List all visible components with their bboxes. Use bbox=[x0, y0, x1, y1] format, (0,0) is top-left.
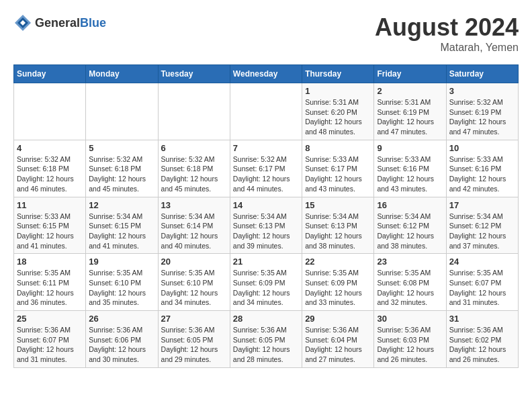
weekday-monday: Monday bbox=[86, 65, 158, 83]
weekday-saturday: Saturday bbox=[446, 65, 518, 83]
table-row: 2 Sunrise: 5:31 AMSunset: 6:19 PMDayligh… bbox=[374, 83, 446, 140]
cell-info: Sunrise: 5:36 AMSunset: 6:03 PMDaylight:… bbox=[377, 325, 443, 365]
table-row: 10 Sunrise: 5:33 AMSunset: 6:16 PMDaylig… bbox=[446, 140, 518, 197]
day-number: 30 bbox=[377, 314, 443, 324]
cell-info: Sunrise: 5:35 AMSunset: 6:11 PMDaylight:… bbox=[17, 268, 83, 308]
table-row: 14 Sunrise: 5:34 AMSunset: 6:13 PMDaylig… bbox=[230, 197, 302, 254]
cell-info: Sunrise: 5:31 AMSunset: 6:19 PMDaylight:… bbox=[377, 97, 443, 137]
table-row: 16 Sunrise: 5:34 AMSunset: 6:12 PMDaylig… bbox=[374, 197, 446, 254]
day-number: 4 bbox=[17, 143, 83, 153]
cell-info: Sunrise: 5:34 AMSunset: 6:13 PMDaylight:… bbox=[305, 212, 371, 251]
page-header: GeneralBlue August 2024 Matarah, Yemen bbox=[13, 13, 519, 54]
weekday-row: Sunday Monday Tuesday Wednesday Thursday… bbox=[14, 65, 519, 83]
day-number: 14 bbox=[233, 200, 299, 210]
cell-info: Sunrise: 5:35 AMSunset: 6:10 PMDaylight:… bbox=[89, 268, 154, 308]
table-row: 31 Sunrise: 5:36 AMSunset: 6:02 PMDaylig… bbox=[446, 311, 518, 368]
cell-info: Sunrise: 5:34 AMSunset: 6:14 PMDaylight:… bbox=[161, 212, 227, 251]
day-number: 27 bbox=[161, 314, 227, 324]
cell-info: Sunrise: 5:34 AMSunset: 6:12 PMDaylight:… bbox=[449, 212, 515, 251]
table-row: 20 Sunrise: 5:35 AMSunset: 6:10 PMDaylig… bbox=[158, 254, 230, 311]
table-row: 13 Sunrise: 5:34 AMSunset: 6:14 PMDaylig… bbox=[158, 197, 230, 254]
day-number: 22 bbox=[305, 257, 371, 267]
table-row: 26 Sunrise: 5:36 AMSunset: 6:06 PMDaylig… bbox=[86, 311, 158, 368]
table-row: 3 Sunrise: 5:32 AMSunset: 6:19 PMDayligh… bbox=[446, 83, 518, 140]
day-number: 5 bbox=[89, 143, 154, 153]
title-block: August 2024 Matarah, Yemen bbox=[375, 13, 519, 54]
day-number: 31 bbox=[449, 314, 515, 324]
week-row-3: 11 Sunrise: 5:33 AMSunset: 6:15 PMDaylig… bbox=[14, 197, 519, 254]
day-number: 20 bbox=[161, 257, 227, 267]
day-number: 10 bbox=[449, 143, 515, 153]
table-row: 17 Sunrise: 5:34 AMSunset: 6:12 PMDaylig… bbox=[446, 197, 518, 254]
day-number: 6 bbox=[161, 143, 227, 153]
table-row: 8 Sunrise: 5:33 AMSunset: 6:17 PMDayligh… bbox=[302, 140, 374, 197]
day-number: 29 bbox=[305, 314, 371, 324]
cell-info: Sunrise: 5:36 AMSunset: 6:02 PMDaylight:… bbox=[449, 325, 515, 365]
table-row: 19 Sunrise: 5:35 AMSunset: 6:10 PMDaylig… bbox=[86, 254, 158, 311]
cell-info: Sunrise: 5:34 AMSunset: 6:15 PMDaylight:… bbox=[89, 212, 154, 251]
cell-info: Sunrise: 5:33 AMSunset: 6:15 PMDaylight:… bbox=[17, 212, 83, 251]
day-number: 18 bbox=[17, 257, 83, 267]
day-number: 12 bbox=[89, 200, 154, 210]
weekday-sunday: Sunday bbox=[14, 65, 86, 83]
day-number: 9 bbox=[377, 143, 443, 153]
day-number: 25 bbox=[17, 314, 83, 324]
day-number: 11 bbox=[17, 200, 83, 210]
table-row: 1 Sunrise: 5:31 AMSunset: 6:20 PMDayligh… bbox=[302, 83, 374, 140]
cell-info: Sunrise: 5:32 AMSunset: 6:18 PMDaylight:… bbox=[17, 154, 83, 194]
weekday-thursday: Thursday bbox=[302, 65, 374, 83]
table-row: 6 Sunrise: 5:32 AMSunset: 6:18 PMDayligh… bbox=[158, 140, 230, 197]
logo-icon bbox=[13, 13, 32, 32]
cell-info: Sunrise: 5:36 AMSunset: 6:06 PMDaylight:… bbox=[89, 325, 154, 365]
cell-info: Sunrise: 5:32 AMSunset: 6:17 PMDaylight:… bbox=[233, 154, 299, 194]
table-row bbox=[158, 83, 230, 140]
cell-info: Sunrise: 5:33 AMSunset: 6:17 PMDaylight:… bbox=[305, 154, 371, 194]
weekday-wednesday: Wednesday bbox=[230, 65, 302, 83]
cell-info: Sunrise: 5:32 AMSunset: 6:18 PMDaylight:… bbox=[89, 154, 154, 194]
table-row: 5 Sunrise: 5:32 AMSunset: 6:18 PMDayligh… bbox=[86, 140, 158, 197]
table-row: 28 Sunrise: 5:36 AMSunset: 6:05 PMDaylig… bbox=[230, 311, 302, 368]
cell-info: Sunrise: 5:32 AMSunset: 6:18 PMDaylight:… bbox=[161, 154, 227, 194]
table-row: 9 Sunrise: 5:33 AMSunset: 6:16 PMDayligh… bbox=[374, 140, 446, 197]
week-row-2: 4 Sunrise: 5:32 AMSunset: 6:18 PMDayligh… bbox=[14, 140, 519, 197]
table-row: 21 Sunrise: 5:35 AMSunset: 6:09 PMDaylig… bbox=[230, 254, 302, 311]
table-row bbox=[14, 83, 86, 140]
day-number: 24 bbox=[449, 257, 515, 267]
table-row bbox=[86, 83, 158, 140]
week-row-5: 25 Sunrise: 5:36 AMSunset: 6:07 PMDaylig… bbox=[14, 311, 519, 368]
day-number: 7 bbox=[233, 143, 299, 153]
cell-info: Sunrise: 5:35 AMSunset: 6:09 PMDaylight:… bbox=[305, 268, 371, 308]
cell-info: Sunrise: 5:31 AMSunset: 6:20 PMDaylight:… bbox=[305, 97, 371, 137]
calendar-table: Sunday Monday Tuesday Wednesday Thursday… bbox=[13, 64, 519, 368]
day-number: 2 bbox=[377, 86, 443, 96]
day-number: 26 bbox=[89, 314, 154, 324]
day-number: 3 bbox=[449, 86, 515, 96]
week-row-1: 1 Sunrise: 5:31 AMSunset: 6:20 PMDayligh… bbox=[14, 83, 519, 140]
day-number: 21 bbox=[233, 257, 299, 267]
day-number: 15 bbox=[305, 200, 371, 210]
cell-info: Sunrise: 5:36 AMSunset: 6:05 PMDaylight:… bbox=[161, 325, 227, 365]
cell-info: Sunrise: 5:33 AMSunset: 6:16 PMDaylight:… bbox=[449, 154, 515, 194]
logo-text: GeneralBlue bbox=[35, 16, 106, 30]
day-number: 17 bbox=[449, 200, 515, 210]
cell-info: Sunrise: 5:35 AMSunset: 6:10 PMDaylight:… bbox=[161, 268, 227, 308]
cell-info: Sunrise: 5:32 AMSunset: 6:19 PMDaylight:… bbox=[449, 97, 515, 137]
calendar-header: Sunday Monday Tuesday Wednesday Thursday… bbox=[14, 65, 519, 83]
table-row: 15 Sunrise: 5:34 AMSunset: 6:13 PMDaylig… bbox=[302, 197, 374, 254]
table-row: 11 Sunrise: 5:33 AMSunset: 6:15 PMDaylig… bbox=[14, 197, 86, 254]
day-number: 13 bbox=[161, 200, 227, 210]
table-row: 29 Sunrise: 5:36 AMSunset: 6:04 PMDaylig… bbox=[302, 311, 374, 368]
table-row: 27 Sunrise: 5:36 AMSunset: 6:05 PMDaylig… bbox=[158, 311, 230, 368]
table-row: 7 Sunrise: 5:32 AMSunset: 6:17 PMDayligh… bbox=[230, 140, 302, 197]
calendar-body: 1 Sunrise: 5:31 AMSunset: 6:20 PMDayligh… bbox=[14, 83, 519, 368]
cell-info: Sunrise: 5:33 AMSunset: 6:16 PMDaylight:… bbox=[377, 154, 443, 194]
day-number: 16 bbox=[377, 200, 443, 210]
cell-info: Sunrise: 5:35 AMSunset: 6:09 PMDaylight:… bbox=[233, 268, 299, 308]
logo-general: General bbox=[35, 16, 80, 30]
table-row: 22 Sunrise: 5:35 AMSunset: 6:09 PMDaylig… bbox=[302, 254, 374, 311]
weekday-tuesday: Tuesday bbox=[158, 65, 230, 83]
cell-info: Sunrise: 5:34 AMSunset: 6:13 PMDaylight:… bbox=[233, 212, 299, 251]
calendar-location: Matarah, Yemen bbox=[375, 42, 519, 54]
day-number: 8 bbox=[305, 143, 371, 153]
table-row: 12 Sunrise: 5:34 AMSunset: 6:15 PMDaylig… bbox=[86, 197, 158, 254]
